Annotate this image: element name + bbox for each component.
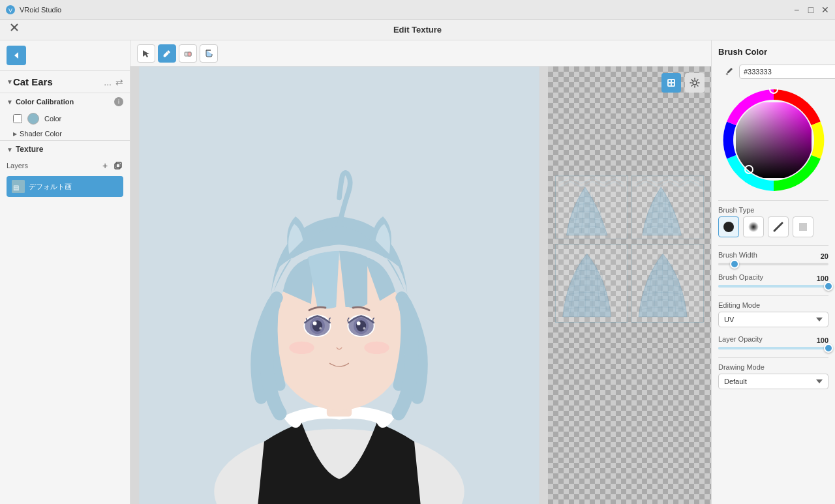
left-panel: ▼ Cat Ears ... ⇄ ▼ Color Calibration i C…: [0, 40, 130, 504]
edit-texture-titlebar: Edit Texture: [0, 20, 835, 40]
brush-type-hard[interactable]: [768, 216, 789, 237]
svg-point-71: [723, 222, 734, 232]
shader-color-label: Shader Color: [20, 130, 62, 138]
svg-point-30: [289, 342, 314, 354]
shader-color-row[interactable]: ▶ Shader Color: [0, 127, 130, 140]
add-layer-button[interactable]: +: [100, 160, 110, 171]
center-area: [130, 40, 711, 504]
svg-rect-12: [188, 52, 191, 56]
duplicate-layer-button[interactable]: [113, 160, 123, 171]
brush-width-thumb[interactable]: [730, 259, 739, 269]
app-icon: V: [5, 5, 16, 15]
color-preview-swatch[interactable]: [27, 113, 39, 125]
svg-point-28: [357, 321, 361, 325]
brush-tool-button[interactable]: [158, 44, 176, 63]
layer-opacity-thumb[interactable]: [824, 344, 833, 353]
brush-width-slider[interactable]: [718, 263, 828, 265]
close-button[interactable]: ✕: [821, 5, 830, 14]
texture-toggle[interactable]: ▼: [7, 146, 13, 153]
texture-title: Texture: [16, 145, 123, 154]
svg-rect-74: [799, 223, 807, 231]
color-checkbox[interactable]: [13, 114, 22, 123]
svg-marker-9: [143, 50, 149, 57]
color-calibration-header: ▼ Color Calibration i: [0, 93, 130, 110]
divider-3: [718, 295, 828, 296]
color-calib-toggle[interactable]: ▼: [7, 98, 13, 106]
svg-point-72: [748, 222, 759, 232]
brush-type-label: Brush Type: [718, 206, 828, 214]
layer-opacity-row: Layer Opacity 100: [718, 335, 828, 346]
brush-width-label: Brush Width: [718, 251, 757, 259]
color-wheel-container[interactable]: [721, 88, 826, 192]
svg-rect-5: [115, 164, 120, 169]
color-label: Color: [44, 115, 61, 123]
layer-opacity-value: 100: [817, 336, 828, 344]
editing-mode-label: Editing Mode: [718, 301, 828, 309]
svg-rect-6: [116, 162, 121, 168]
editing-mode-select[interactable]: UV Normal: [718, 312, 828, 327]
texture-section: ▼ Texture Layers + ▤ デフォルト画: [0, 141, 130, 200]
svg-text:▤: ▤: [13, 184, 19, 191]
maximize-button[interactable]: □: [806, 5, 815, 14]
svg-marker-4: [14, 52, 18, 59]
drawing-mode-label: Drawing Mode: [718, 363, 828, 371]
layer-opacity-track[interactable]: [718, 347, 828, 349]
panel-close-button[interactable]: [7, 20, 22, 35]
divider-2: [718, 245, 828, 246]
left-panel-nav: [0, 40, 130, 71]
brush-opacity-fill: [718, 285, 828, 288]
3d-preview-panel: [130, 67, 548, 504]
color-display-row: #333333: [718, 62, 828, 82]
cat-ears-section-header: ▼ Cat Ears ... ⇄: [0, 71, 130, 93]
texture-panel[interactable]: [548, 67, 711, 504]
svg-point-29: [363, 327, 365, 330]
shader-color-expand-icon: ▶: [13, 131, 17, 137]
layer-item-default[interactable]: ▤ デフォルト画: [7, 176, 123, 197]
brush-opacity-slider[interactable]: [718, 285, 828, 288]
drawing-mode-select[interactable]: Default Multiply Screen Overlay: [718, 374, 828, 389]
svg-point-31: [364, 342, 389, 354]
color-calibration-info[interactable]: i: [114, 97, 123, 106]
brush-opacity-thumb[interactable]: [824, 282, 833, 291]
svg-point-23: [319, 327, 322, 330]
select-tool-button[interactable]: [137, 44, 155, 63]
drawing-toolbar: [130, 40, 711, 67]
cat-ears-toggle[interactable]: ▼: [7, 78, 13, 85]
nav-back-button[interactable]: [7, 46, 26, 65]
cat-ears-title: Cat Ears: [13, 76, 104, 87]
app-title: VRoid Studio: [20, 6, 792, 14]
brush-opacity-track[interactable]: [718, 285, 828, 288]
minimize-button[interactable]: −: [792, 5, 801, 14]
brush-width-track[interactable]: [718, 263, 828, 265]
divider-1: [718, 200, 828, 201]
color-calibration-section: ▼ Color Calibration i Color ▶ Shader Col…: [0, 93, 130, 141]
layer-opacity-fill: [718, 347, 828, 349]
svg-line-73: [774, 223, 782, 231]
brush-color-title: Brush Color: [718, 47, 828, 57]
hex-color-input[interactable]: #333333: [739, 65, 835, 79]
eraser-tool-button[interactable]: [179, 44, 197, 63]
brush-width-value: 20: [821, 252, 828, 260]
eyedropper-button[interactable]: [723, 64, 734, 80]
brush-opacity-label: Brush Opacity: [718, 273, 763, 281]
layer-opacity-slider[interactable]: [718, 347, 828, 349]
titlebar: V VRoid Studio − □ ✕: [0, 0, 835, 20]
window-controls: − □ ✕: [792, 5, 830, 14]
layers-header: Layers +: [0, 158, 130, 173]
brush-opacity-value: 100: [817, 274, 828, 282]
brush-type-round[interactable]: [718, 216, 739, 237]
svg-text:V: V: [8, 7, 12, 14]
layer-thumbnail: ▤: [12, 180, 25, 193]
main-container: ▼ Cat Ears ... ⇄ ▼ Color Calibration i C…: [0, 40, 835, 504]
svg-point-22: [313, 321, 317, 325]
cat-ears-menu-button[interactable]: ...: [104, 77, 112, 87]
svg-rect-63: [725, 72, 728, 75]
cat-ears-adjust-button[interactable]: ⇄: [115, 77, 123, 87]
brush-opacity-row: Brush Opacity 100: [718, 273, 828, 284]
brush-type-square[interactable]: [793, 216, 813, 237]
color-row: Color: [0, 110, 130, 127]
divider-4: [718, 357, 828, 358]
viewport-container: [130, 67, 711, 504]
brush-type-soft[interactable]: [743, 216, 764, 237]
fill-tool-button[interactable]: [200, 44, 218, 63]
